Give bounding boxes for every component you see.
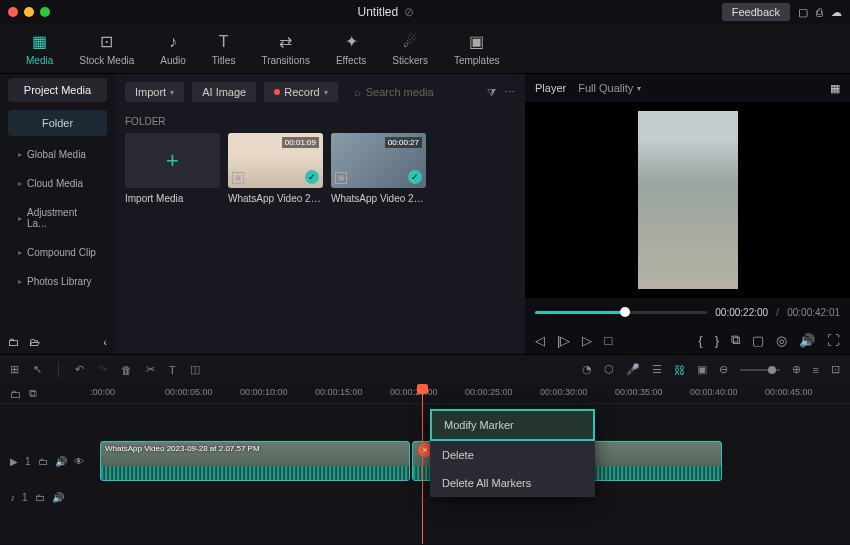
mark-in-icon[interactable]: {	[698, 333, 702, 348]
media-item[interactable]: 00:00:27▣✓ WhatsApp Video 202...	[331, 133, 426, 204]
ctx-modify-marker[interactable]: Modify Marker	[430, 409, 595, 441]
sidebar-item-photos[interactable]: Photos Library	[0, 267, 115, 296]
tab-templates[interactable]: ▣Templates	[450, 28, 504, 70]
link-icon[interactable]: ▣	[697, 363, 707, 376]
total-time: 00:00:42:01	[787, 307, 840, 318]
window-close[interactable]	[8, 7, 18, 17]
ctx-delete-all[interactable]: Delete All Markers	[430, 469, 595, 497]
scrub-slider[interactable]	[535, 311, 707, 314]
delete-icon[interactable]: 🗑	[121, 364, 132, 376]
magnet-icon[interactable]: ⛓	[674, 364, 685, 376]
playhead[interactable]	[422, 384, 423, 544]
ai-image-button[interactable]: AI Image	[192, 82, 256, 102]
zoom-in-icon[interactable]: ⊕	[792, 363, 801, 376]
mic-icon[interactable]: 🎤	[626, 363, 640, 376]
layout-icon[interactable]: ▢	[798, 6, 808, 19]
check-icon: ✓	[408, 170, 422, 184]
pointer-icon[interactable]: ↖	[33, 363, 42, 376]
more-icon[interactable]: ⋯	[504, 86, 515, 99]
import-media-tile[interactable]: + Import Media	[125, 133, 220, 204]
crop-icon[interactable]: ⧉	[731, 332, 740, 348]
save-icon[interactable]: ⎙	[816, 6, 823, 18]
step-back-icon[interactable]: |▷	[557, 333, 570, 348]
track-mute-icon[interactable]: 🔊	[55, 456, 67, 467]
tab-stock-media[interactable]: ⊡Stock Media	[75, 28, 138, 70]
cut-icon[interactable]: ✂	[146, 363, 155, 376]
chevron-down-icon: ▾	[170, 88, 174, 97]
ctx-delete[interactable]: Delete	[430, 441, 595, 469]
cloud-icon[interactable]: ☁	[831, 6, 842, 19]
lock-track-icon[interactable]: 🗀	[10, 388, 21, 400]
window-maximize[interactable]	[40, 7, 50, 17]
fullscreen-icon[interactable]: ⛶	[827, 333, 840, 348]
track-visible-icon[interactable]: 👁	[74, 456, 84, 467]
settings-icon[interactable]: ⊡	[831, 363, 840, 376]
video-clip[interactable]: WhatsApp Video 2023-09-28 at 2.07.57 PM	[100, 441, 410, 481]
project-media-button[interactable]: Project Media	[8, 78, 107, 102]
folder-icon[interactable]: 🗀	[8, 336, 19, 348]
tab-audio[interactable]: ♪Audio	[156, 28, 190, 70]
folder-add-icon[interactable]: 🗁	[29, 336, 40, 348]
prev-frame-icon[interactable]: ◁	[535, 333, 545, 348]
video-track-icon: ▶	[10, 456, 18, 467]
context-menu: Modify Marker Delete Delete All Markers	[430, 409, 595, 497]
sidebar-item-cloud[interactable]: Cloud Media	[0, 169, 115, 198]
sidebar-item-compound[interactable]: Compound Clip	[0, 238, 115, 267]
media-item[interactable]: 00:01:09▣✓ WhatsApp Video 202...	[228, 133, 323, 204]
quality-dropdown[interactable]: Full Quality▾	[578, 82, 641, 94]
timeline[interactable]: 🗀 ⧉ :00:00 00:00:05:00 00:00:10:00 00:00…	[0, 384, 850, 544]
window-minimize[interactable]	[24, 7, 34, 17]
record-button[interactable]: Record▾	[264, 82, 337, 102]
camera-icon[interactable]: ◎	[776, 333, 787, 348]
stop-icon[interactable]: □	[604, 333, 612, 348]
mark-out-icon[interactable]: }	[715, 333, 719, 348]
templates-icon: ▣	[467, 32, 487, 52]
feedback-button[interactable]: Feedback	[722, 3, 790, 21]
video-type-icon: ▣	[335, 172, 347, 184]
view-icon[interactable]: ≡	[813, 364, 819, 376]
media-content: Import▾ AI Image Record▾ ⌕Search media ⧩…	[115, 74, 525, 354]
audio-icon: ♪	[163, 32, 183, 52]
marker-icon[interactable]: ◔	[582, 363, 592, 376]
folder-button[interactable]: Folder	[8, 110, 107, 136]
track-lock-icon[interactable]: 🗀	[38, 456, 48, 467]
current-time: 00:00:22:00	[715, 307, 768, 318]
main-tab-bar: ▦Media ⊡Stock Media ♪Audio TTitles ⇄Tran…	[0, 24, 850, 74]
player-viewport[interactable]	[525, 102, 850, 298]
undo-icon[interactable]: ↶	[75, 363, 84, 376]
tab-transitions[interactable]: ⇄Transitions	[257, 28, 314, 70]
import-button[interactable]: Import▾	[125, 82, 184, 102]
filter-icon[interactable]: ⧩	[487, 86, 496, 99]
grid-icon[interactable]: ⊞	[10, 363, 19, 376]
redo-icon[interactable]: ↷	[98, 363, 107, 376]
track-mute-icon[interactable]: 🔊	[52, 492, 64, 503]
collapse-sidebar-icon[interactable]: ‹	[103, 336, 107, 348]
shield-icon[interactable]: ⬡	[604, 363, 614, 376]
track-lock-icon[interactable]: 🗀	[35, 492, 45, 503]
player-tab[interactable]: Player	[535, 82, 566, 94]
link-track-icon[interactable]: ⧉	[29, 387, 37, 400]
time-ruler[interactable]: :00:00 00:00:05:00 00:00:10:00 00:00:15:…	[90, 384, 850, 403]
sidebar-item-global[interactable]: Global Media	[0, 140, 115, 169]
zoom-out-icon[interactable]: ⊖	[719, 363, 728, 376]
play-icon[interactable]: ▷	[582, 333, 592, 348]
audio-track[interactable]: ♪ 1 🗀 🔊	[0, 485, 850, 509]
stock-icon: ⊡	[97, 32, 117, 52]
timeline-toolbar: ⊞ ↖ ↶ ↷ 🗑 ✂ T ◫ ◔ ⬡ 🎤 ☰ ⛓ ▣ ⊖ ⊕ ≡ ⊡	[0, 354, 850, 384]
text-icon[interactable]: T	[169, 364, 176, 376]
sidebar-item-adjustment[interactable]: Adjustment La...	[0, 198, 115, 238]
zoom-slider[interactable]	[740, 369, 780, 371]
screen-icon[interactable]: ▢	[752, 333, 764, 348]
search-icon: ⌕	[354, 86, 361, 98]
save-status-icon: ⊘	[404, 5, 414, 19]
list-icon[interactable]: ☰	[652, 363, 662, 376]
tab-stickers[interactable]: ☄Stickers	[388, 28, 432, 70]
tab-effects[interactable]: ✦Effects	[332, 28, 370, 70]
snapshot-icon[interactable]: ▦	[830, 82, 840, 95]
tab-media[interactable]: ▦Media	[22, 28, 57, 70]
crop-tool-icon[interactable]: ◫	[190, 363, 200, 376]
search-input[interactable]: ⌕Search media	[346, 82, 479, 102]
tab-titles[interactable]: TTitles	[208, 28, 240, 70]
folder-header: FOLDER	[125, 116, 515, 127]
volume-icon[interactable]: 🔊	[799, 333, 815, 348]
